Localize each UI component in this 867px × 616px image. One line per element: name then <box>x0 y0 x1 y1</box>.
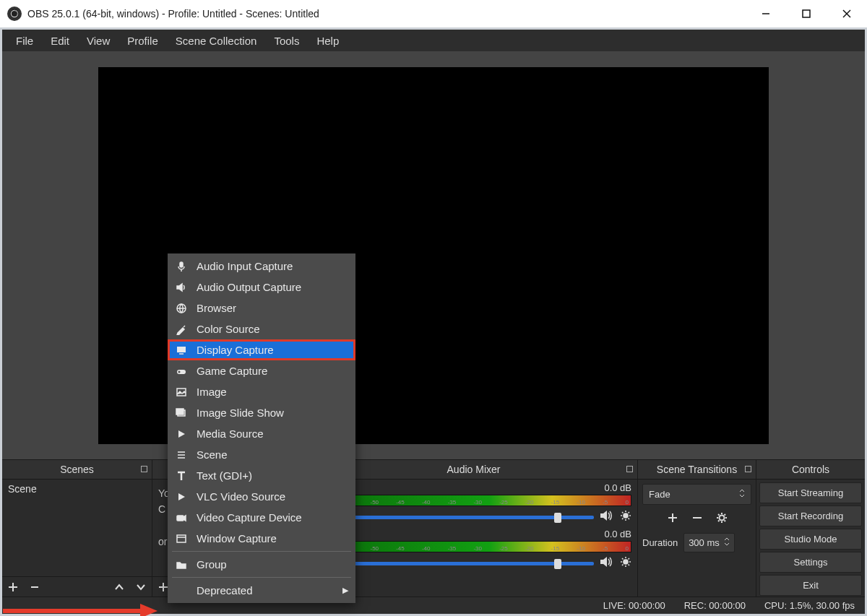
ctx-audio-input-capture[interactable]: Audio Input Capture <box>168 256 355 277</box>
channel-level: 0.0 dB <box>604 529 631 539</box>
transition-select[interactable]: Fade <box>642 484 751 505</box>
ctx-group[interactable]: Group <box>168 554 355 575</box>
ctx-game-capture[interactable]: Game Capture <box>168 360 355 381</box>
popout-icon[interactable] <box>141 466 147 472</box>
obs-icon <box>7 6 22 21</box>
scene-add-button[interactable] <box>2 577 24 597</box>
ctx-display-capture[interactable]: Display Capture <box>168 339 355 360</box>
menu-edit[interactable]: Edit <box>42 31 78 51</box>
add-source-context-menu: Audio Input CaptureAudio Output CaptureB… <box>168 253 355 603</box>
ctx-audio-output-capture[interactable]: Audio Output Capture <box>168 277 355 298</box>
svg-point-14 <box>624 513 628 518</box>
exit-button[interactable]: Exit <box>759 575 862 596</box>
popout-icon[interactable] <box>626 466 633 472</box>
studio-mode-button[interactable]: Studio Mode <box>759 529 862 550</box>
menu-profile[interactable]: Profile <box>118 31 167 51</box>
svg-rect-38 <box>177 516 184 521</box>
duration-label: Duration <box>642 537 678 548</box>
duration-input[interactable]: 300 ms <box>683 533 735 552</box>
window-maximize-button[interactable] <box>786 0 827 27</box>
paint-icon <box>175 323 188 336</box>
scene-remove-button[interactable] <box>24 577 46 597</box>
list-icon <box>175 448 188 461</box>
svg-marker-37 <box>178 493 185 500</box>
start-recording-button[interactable]: Start Recording <box>759 506 862 526</box>
speaker-icon <box>175 281 188 294</box>
svg-marker-22 <box>177 284 182 291</box>
window-close-button[interactable] <box>827 0 867 27</box>
svg-point-27 <box>183 371 184 373</box>
status-rec: REC: 00:00:00 <box>684 600 746 611</box>
menu-bar: File Edit View Profile Scene Collection … <box>2 30 865 51</box>
camera-icon <box>175 511 188 524</box>
ctx-label: VLC Video Source <box>197 490 285 503</box>
scene-down-button[interactable] <box>130 577 152 597</box>
ctx-color-source[interactable]: Color Source <box>168 318 355 339</box>
menu-tools[interactable]: Tools <box>265 31 308 51</box>
menu-file[interactable]: File <box>7 31 42 51</box>
scenes-header: Scenes <box>2 460 152 480</box>
svg-point-20 <box>719 516 724 521</box>
scene-item[interactable]: Scene <box>2 480 152 498</box>
svg-rect-24 <box>177 347 186 352</box>
ctx-video-capture-device[interactable]: Video Capture Device <box>168 507 355 528</box>
ctx-label: Media Source <box>197 428 264 440</box>
image-icon <box>175 386 188 399</box>
audio-meter: -60-55-50-45-40-35-30-25-20-15-10-50 <box>316 541 631 552</box>
menu-help[interactable]: Help <box>308 31 348 51</box>
ctx-label: Browser <box>197 302 236 314</box>
ctx-label: Window Capture <box>197 532 277 545</box>
ctx-label: Text (GDI+) <box>197 469 252 482</box>
folder-icon <box>175 558 188 571</box>
ctx-label: Color Source <box>197 323 260 335</box>
status-bar: LIVE: 00:00:00 REC: 00:00:00 CPU: 1.5%, … <box>2 597 865 614</box>
gear-icon[interactable] <box>620 556 631 571</box>
transitions-panel: Scene Transitions Fade Duration 300 ms <box>638 460 756 597</box>
mixer-header: Audio Mixer <box>310 460 637 480</box>
ctx-label: Scene <box>197 448 228 461</box>
volume-slider[interactable] <box>316 516 594 519</box>
menu-view[interactable]: View <box>78 31 118 51</box>
svg-marker-13 <box>600 511 607 521</box>
scenes-panel: Scenes Scene <box>2 460 152 597</box>
separator <box>172 551 351 552</box>
transition-add-button[interactable] <box>667 512 678 526</box>
ctx-label: Group <box>197 558 227 571</box>
volume-slider[interactable] <box>316 562 594 565</box>
menu-scene-collection[interactable]: Scene Collection <box>167 31 266 51</box>
controls-panel: Controls Start Streaming Start Recording… <box>756 460 865 597</box>
transition-settings-button[interactable] <box>716 512 728 526</box>
ctx-vlc-video-source[interactable]: VLC Video Source <box>168 486 355 507</box>
start-streaming-button[interactable]: Start Streaming <box>759 482 862 503</box>
window-icon <box>175 532 188 545</box>
preview-area <box>2 51 865 459</box>
window-minimize-button[interactable] <box>746 0 786 27</box>
play-icon <box>175 490 188 503</box>
scenes-toolbar <box>2 576 152 597</box>
svg-marker-33 <box>178 430 185 438</box>
monitor-icon <box>175 344 188 357</box>
ctx-label: Display Capture <box>197 344 274 356</box>
ctx-image-slide-show[interactable]: Image Slide Show <box>168 402 355 423</box>
speaker-icon[interactable] <box>600 510 613 524</box>
ctx-scene[interactable]: Scene <box>168 444 355 465</box>
svg-rect-40 <box>177 535 186 542</box>
gear-icon[interactable] <box>620 510 631 524</box>
ctx-window-capture[interactable]: Window Capture <box>168 528 355 549</box>
ctx-browser[interactable]: Browser <box>168 298 355 318</box>
ctx-label: Image <box>197 386 227 398</box>
svg-marker-39 <box>184 516 186 521</box>
channel-level: 0.0 dB <box>604 482 631 493</box>
ctx-deprecated[interactable]: Deprecated▶ <box>168 580 355 601</box>
speaker-icon[interactable] <box>600 556 613 571</box>
ctx-image[interactable]: Image <box>168 381 355 402</box>
ctx-text-gdi-[interactable]: Text (GDI+) <box>168 465 355 486</box>
ctx-media-source[interactable]: Media Source <box>168 423 355 444</box>
svg-rect-32 <box>176 409 184 415</box>
popout-icon[interactable] <box>745 466 751 472</box>
transitions-header: Scene Transitions <box>638 460 756 480</box>
scene-up-button[interactable] <box>108 577 130 597</box>
title-bar: OBS 25.0.1 (64-bit, windows) - Profile: … <box>0 0 867 27</box>
settings-button[interactable]: Settings <box>759 552 862 573</box>
transition-remove-button[interactable] <box>691 512 703 526</box>
